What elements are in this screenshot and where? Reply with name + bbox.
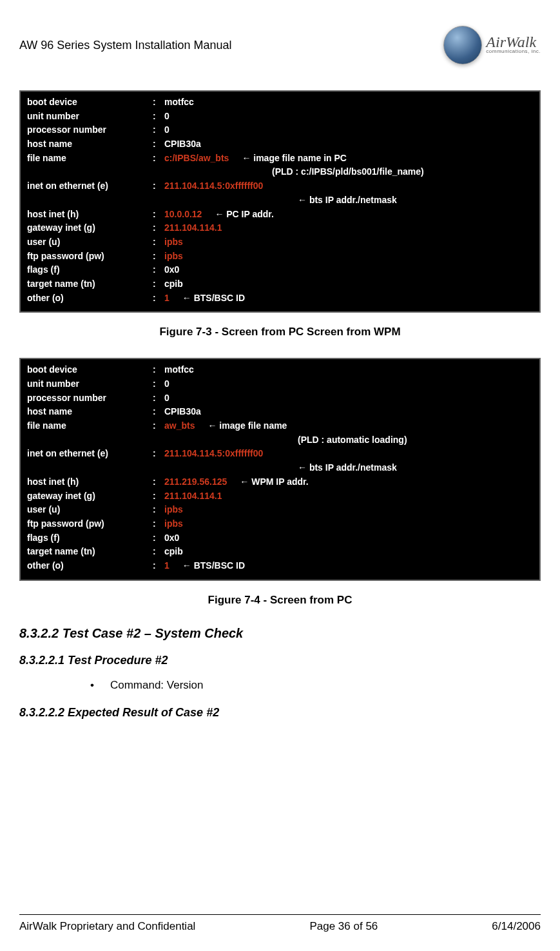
terminal-colon: : [153, 277, 164, 291]
terminal-label: target name (tn) [27, 545, 153, 559]
terminal-row: target name (tn):cpib [27, 277, 533, 291]
terminal-note: ← BTS/BSC ID [182, 291, 245, 306]
footer-left: AirWalk Proprietary and Confidential [19, 920, 195, 933]
terminal-label: host name [27, 137, 153, 152]
terminal-label: user (u) [27, 235, 153, 250]
terminal-colon: : [153, 110, 164, 124]
terminal-value: ipbs [164, 250, 183, 264]
terminal-note: (PLD : automatic loading) [27, 433, 533, 447]
footer-right: 6/14/2006 [492, 920, 541, 933]
terminal-colon: : [153, 291, 164, 306]
terminal-value: motfcc [164, 95, 194, 110]
terminal-label: host inet (h) [27, 208, 153, 222]
terminal-value: 0x0 [164, 263, 179, 277]
terminal-colon: : [153, 531, 164, 545]
heading-test-procedure-2: 8.3.2.2.1 Test Procedure #2 [19, 654, 541, 667]
logo: AirWalk communications, inc. [443, 26, 541, 64]
terminal-value: 211.104.114.5:0xffffff00 [164, 179, 263, 193]
terminal-colon: : [153, 475, 164, 489]
globe-icon [443, 26, 482, 64]
terminal-value: 211.104.114.1 [164, 221, 222, 235]
terminal-row: boot device:motfcc [27, 95, 533, 110]
terminal-label: unit number [27, 110, 153, 124]
terminal-note: ← BTS/BSC ID [182, 559, 245, 573]
terminal-label: host name [27, 405, 153, 419]
terminal-label: boot device [27, 363, 153, 377]
terminal-label: gateway inet (g) [27, 489, 153, 504]
terminal-row: target name (tn):cpib [27, 545, 533, 559]
terminal-row: flags (f):0x0 [27, 531, 533, 545]
terminal-value: CPIB30a [164, 137, 201, 152]
terminal-value: cpib [164, 277, 183, 291]
terminal-label: other (o) [27, 559, 153, 573]
terminal-note: (PLD : c:/IPBS/pld/bs001/file_name) [27, 165, 533, 179]
terminal-label: flags (f) [27, 531, 153, 545]
terminal-row: processor number:0 [27, 123, 533, 137]
terminal-label: user (u) [27, 503, 153, 517]
terminal-note: ← PC IP addr. [215, 208, 274, 222]
terminal-value: aw_bts [164, 419, 195, 433]
terminal-label: boot device [27, 95, 153, 110]
terminal-value: 211.219.56.125 [164, 475, 227, 489]
terminal-label: file name [27, 419, 153, 433]
terminal-value: ipbs [164, 517, 183, 531]
heading-test-case-2: 8.3.2.2 Test Case #2 – System Check [19, 626, 541, 641]
terminal-label: unit number [27, 377, 153, 391]
terminal-screenshot-1: boot device:motfccunit number:0processor… [19, 90, 541, 313]
terminal-colon: : [153, 377, 164, 391]
terminal-value: CPIB30a [164, 405, 201, 419]
terminal-label: host inet (h) [27, 475, 153, 489]
heading-expected-result-2: 8.3.2.2.2 Expected Result of Case #2 [19, 706, 541, 720]
terminal-colon: : [153, 503, 164, 517]
terminal-note: ← image file name in PC [242, 152, 347, 166]
terminal-value: 211.104.114.1 [164, 489, 222, 504]
terminal-row: unit number:0 [27, 377, 533, 391]
terminal-colon: : [153, 545, 164, 559]
terminal-colon: : [153, 137, 164, 152]
terminal-row: boot device:motfcc [27, 363, 533, 377]
terminal-colon: : [153, 447, 164, 461]
terminal-label: inet on ethernet (e) [27, 179, 153, 193]
terminal-colon: : [153, 221, 164, 235]
terminal-row: host name:CPIB30a [27, 405, 533, 419]
terminal-row: user (u):ipbs [27, 235, 533, 250]
terminal-colon: : [153, 250, 164, 264]
terminal-row: inet on ethernet (e):211.104.114.5:0xfff… [27, 179, 533, 193]
terminal-colon: : [153, 391, 164, 406]
terminal-colon: : [153, 419, 164, 433]
document-title: AW 96 Series System Installation Manual [19, 39, 231, 52]
figure-caption-7-3: Figure 7-3 - Screen from PC Screen from … [19, 326, 541, 338]
terminal-label: ftp password (pw) [27, 517, 153, 531]
terminal-value: 0 [164, 123, 169, 137]
terminal-value: ipbs [164, 235, 183, 250]
terminal-value: 0 [164, 377, 169, 391]
terminal-row: unit number:0 [27, 110, 533, 124]
terminal-row: other (o):1← BTS/BSC ID [27, 291, 533, 306]
terminal-label: ftp password (pw) [27, 250, 153, 264]
terminal-value: 1 [164, 559, 169, 573]
terminal-value: 0 [164, 110, 169, 124]
terminal-value: ipbs [164, 503, 183, 517]
terminal-colon: : [153, 123, 164, 137]
terminal-value: c:/IPBS/aw_bts [164, 152, 229, 166]
terminal-label: gateway inet (g) [27, 221, 153, 235]
terminal-colon: : [153, 405, 164, 419]
terminal-note: ← WPM IP addr. [240, 475, 308, 489]
terminal-row: host name:CPIB30a [27, 137, 533, 152]
figure-caption-7-4: Figure 7-4 - Screen from PC [19, 594, 541, 607]
terminal-colon: : [153, 208, 164, 222]
terminal-note: ← image file name [208, 419, 287, 433]
terminal-value: 1 [164, 291, 169, 306]
terminal-colon: : [153, 235, 164, 250]
terminal-colon: : [153, 489, 164, 504]
terminal-colon: : [153, 363, 164, 377]
terminal-row: flags (f):0x0 [27, 263, 533, 277]
terminal-row: file name:aw_bts← image file name [27, 419, 533, 433]
terminal-value: 10.0.0.12 [164, 208, 202, 222]
terminal-row: user (u):ipbs [27, 503, 533, 517]
terminal-colon: : [153, 559, 164, 573]
terminal-row: gateway inet (g):211.104.114.1 [27, 221, 533, 235]
terminal-label: inet on ethernet (e) [27, 447, 153, 461]
terminal-label: processor number [27, 123, 153, 137]
terminal-colon: : [153, 517, 164, 531]
